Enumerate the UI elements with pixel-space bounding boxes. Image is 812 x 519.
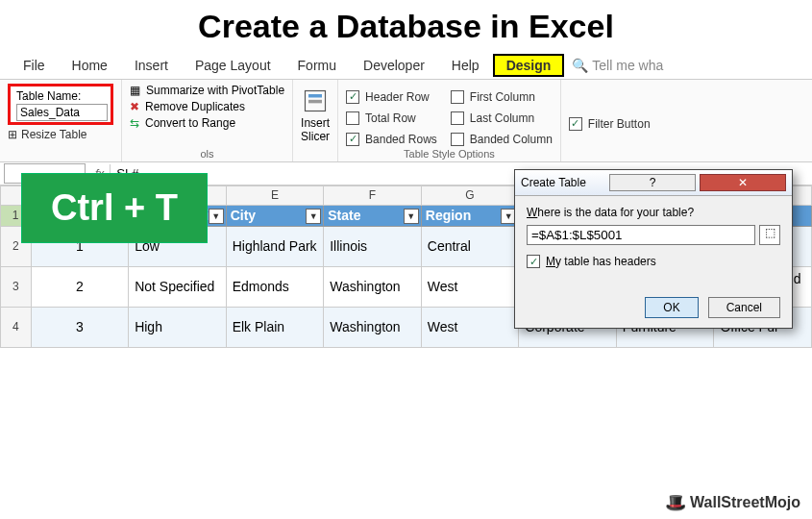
cell[interactable]: High — [129, 307, 227, 347]
menu-bar: File Home Insert Page Layout Formu Devel… — [0, 51, 812, 80]
chk-banded-rows[interactable]: Banded Rows — [346, 130, 437, 148]
has-headers-checkbox[interactable]: My table has headers — [527, 255, 780, 268]
cell[interactable]: Washington — [324, 307, 422, 347]
menu-insert[interactable]: Insert — [121, 54, 182, 77]
range-picker-icon[interactable]: ⬚ — [759, 225, 780, 245]
table-name-label: Table Name: — [16, 89, 105, 103]
remove-duplicates-button[interactable]: ✖Remove Duplicates — [130, 100, 284, 113]
chk-last-column[interactable]: Last Column — [451, 109, 553, 127]
range-input[interactable] — [527, 225, 755, 245]
col-F[interactable]: F — [324, 186, 422, 206]
shortcut-badge: Ctrl + T — [21, 173, 208, 243]
header-city[interactable]: City▼ — [226, 205, 324, 226]
help-icon[interactable]: ? — [609, 174, 696, 191]
grp-style-options: Header Row First Column Total Row Last C… — [338, 80, 561, 161]
convert-range-button[interactable]: ⇆Convert to Range — [130, 116, 284, 130]
header-region[interactable]: Region▼ — [421, 205, 519, 226]
cell[interactable]: 3 — [31, 307, 129, 347]
dropdown-icon[interactable]: ▼ — [306, 209, 321, 224]
ribbon: Table Name: ⊞ Resize Table ▦Summarize wi… — [0, 80, 812, 162]
menu-home[interactable]: Home — [59, 54, 121, 77]
cell[interactable]: Elk Plain — [226, 307, 324, 347]
cell[interactable]: West — [421, 307, 519, 347]
dialog-titlebar[interactable]: Create Table ? ✕ — [515, 170, 792, 196]
tell-me-search[interactable]: 🔍 Tell me wha — [564, 54, 671, 77]
brand-text: WallStreetMojo — [690, 494, 800, 511]
grp-properties: Table Name: ⊞ Resize Table — [0, 80, 122, 161]
menu-page-layout[interactable]: Page Layout — [182, 54, 284, 77]
pivot-icon: ▦ — [130, 84, 140, 97]
checkbox-icon — [346, 90, 359, 104]
search-icon: 🔍 — [572, 58, 588, 73]
svg-rect-2 — [308, 100, 322, 104]
table-name-box: Table Name: — [8, 84, 113, 125]
grp-tools: ▦Summarize with PivotTable ✖Remove Dupli… — [122, 80, 293, 161]
ok-button[interactable]: OK — [645, 297, 698, 318]
cell[interactable]: Washington — [324, 266, 422, 307]
brand-logo: 🎩 WallStreetMojo — [665, 492, 800, 513]
menu-file[interactable]: File — [10, 54, 59, 77]
table-name-input[interactable] — [16, 104, 108, 121]
cell[interactable]: Illinois — [324, 226, 422, 266]
resize-table-button[interactable]: ⊞ Resize Table — [8, 128, 113, 141]
chk-banded-column[interactable]: Banded Column — [451, 130, 553, 148]
checkbox-icon — [451, 90, 464, 104]
menu-design[interactable]: Design — [493, 54, 565, 77]
menu-developer[interactable]: Developer — [350, 54, 438, 77]
checkbox-icon — [527, 255, 540, 268]
menu-help[interactable]: Help — [438, 54, 493, 77]
page-title: Create a Database in Excel — [0, 0, 812, 51]
grp-slicer: Insert Slicer — [293, 80, 338, 161]
checkbox-icon — [451, 133, 464, 146]
cancel-button[interactable]: Cancel — [708, 297, 780, 318]
row-head[interactable]: 4 — [1, 307, 32, 347]
row-head[interactable]: 3 — [1, 266, 32, 307]
cell[interactable]: West — [421, 266, 519, 307]
checkbox-icon — [346, 111, 359, 125]
dropdown-icon[interactable]: ▼ — [209, 209, 224, 224]
slicer-icon — [302, 87, 329, 114]
dialog-title: Create Table — [521, 176, 605, 189]
logo-icon: 🎩 — [665, 492, 686, 513]
tools-group-label: ols — [130, 148, 284, 160]
checkbox-icon — [451, 111, 464, 125]
header-state[interactable]: State▼ — [324, 205, 422, 226]
cell[interactable]: Highland Park — [226, 226, 324, 266]
col-G[interactable]: G — [421, 186, 519, 206]
chk-total-row[interactable]: Total Row — [346, 109, 437, 127]
convert-icon: ⇆ — [130, 116, 139, 130]
cell[interactable]: 2 — [31, 266, 129, 307]
col-E[interactable]: E — [226, 186, 324, 206]
summarize-pivot-button[interactable]: ▦Summarize with PivotTable — [130, 84, 284, 97]
cell[interactable]: Edmonds — [226, 266, 324, 307]
checkbox-icon — [569, 117, 582, 131]
checkbox-icon — [346, 133, 359, 146]
dialog-prompt: WWhere is the data for your table?here i… — [527, 206, 780, 219]
chk-header-row[interactable]: Header Row — [346, 87, 437, 106]
chk-first-column[interactable]: First Column — [451, 87, 553, 106]
resize-icon: ⊞ — [8, 128, 17, 141]
remove-dup-icon: ✖ — [130, 100, 139, 113]
dropdown-icon[interactable]: ▼ — [404, 209, 419, 224]
grp-filter: Filter Button — [561, 80, 658, 161]
chk-filter-button[interactable]: Filter Button — [569, 87, 651, 160]
tell-me-label: Tell me wha — [592, 58, 663, 73]
svg-rect-1 — [308, 94, 322, 98]
insert-slicer-button[interactable]: Insert Slicer — [301, 84, 330, 160]
menu-formulas[interactable]: Formu — [284, 54, 350, 77]
cell[interactable]: Not Specified — [129, 266, 227, 307]
close-icon[interactable]: ✕ — [700, 174, 786, 191]
cell[interactable]: Central — [421, 226, 519, 266]
style-options-label: Table Style Options — [346, 148, 553, 160]
create-table-dialog: Create Table ? ✕ WWhere is the data for … — [514, 169, 793, 329]
